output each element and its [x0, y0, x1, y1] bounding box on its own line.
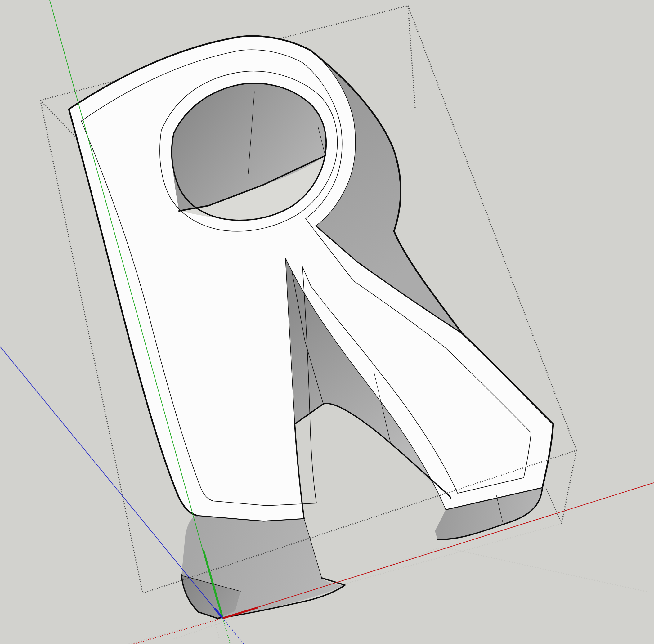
viewport-canvas[interactable]	[0, 0, 654, 644]
modeling-viewport[interactable]	[0, 0, 654, 644]
